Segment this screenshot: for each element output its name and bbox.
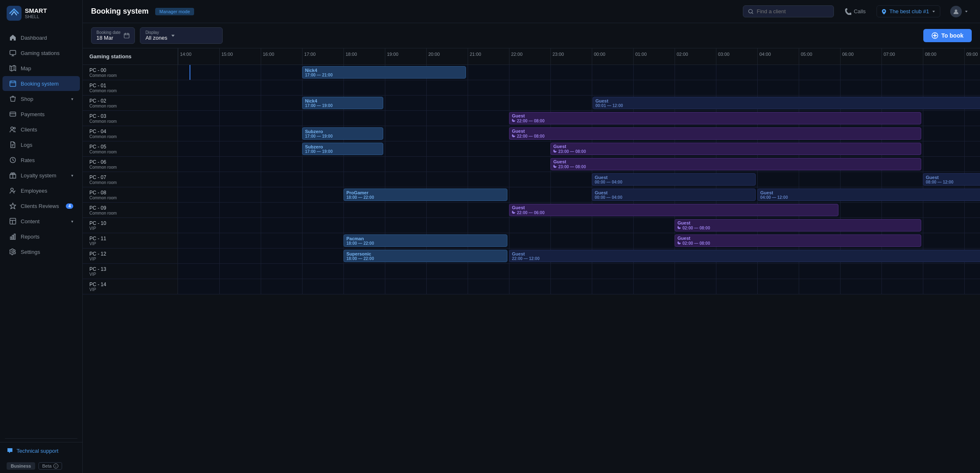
booking-block[interactable]: Nick417:00 — 21:00 <box>302 66 466 79</box>
booking-row-PC-14[interactable] <box>178 279 980 294</box>
sidebar-label-loyalty-system: Loyalty system <box>21 172 67 179</box>
station-name: PC - 01 <box>89 83 171 88</box>
booking-row-PC-13[interactable] <box>178 264 980 279</box>
booking-row-PC-06[interactable]: Guest23:00 — 08:00 <box>178 157 980 172</box>
sidebar-item-booking-system[interactable]: Booking system <box>2 76 80 91</box>
booking-block[interactable]: ProGamer18:00 — 22:00 <box>343 189 507 201</box>
booking-row-PC-09[interactable]: Guest22:00 — 06:00 <box>178 203 980 217</box>
sidebar-item-payments[interactable]: Payments <box>2 107 80 122</box>
sidebar-label-clients: Clients <box>21 127 73 133</box>
booking-block[interactable]: Guest02:00 — 08:00 <box>675 219 921 232</box>
booking-time: 22:00 — 08:00 <box>512 134 918 139</box>
sidebar-item-employees[interactable]: Employees <box>2 183 80 198</box>
booking-row-PC-07[interactable]: Guest00:00 — 04:00Guest08:00 — 12:00 <box>178 172 980 187</box>
booking-block[interactable]: Subzero17:00 — 19:00 <box>302 127 383 140</box>
booking-row-PC-10[interactable]: Guest02:00 — 08:00 <box>178 218 980 233</box>
app-logo[interactable]: SMART SHELL <box>0 0 82 26</box>
booking-block[interactable]: Guest04:00 — 12:00 <box>757 189 980 201</box>
booking-block[interactable]: Pacman18:00 — 22:00 <box>343 234 507 247</box>
sidebar-item-logs[interactable]: Logs <box>2 137 80 152</box>
user-menu[interactable] <box>947 4 972 19</box>
booking-block[interactable]: Subzero17:00 — 19:00 <box>302 143 383 155</box>
booking-block[interactable]: Guest02:00 — 08:00 <box>675 234 921 247</box>
time-tick-2200: 22:00 <box>509 48 550 64</box>
page-title: Booking system <box>91 7 149 16</box>
station-type: Common room <box>89 104 171 108</box>
sidebar-item-clients-reviews[interactable]: Clients Reviews4 <box>2 198 80 213</box>
booking-row-PC-00[interactable]: Nick417:00 — 21:00 <box>178 65 980 80</box>
search-input[interactable] <box>757 8 828 14</box>
sidebar-item-shop[interactable]: Shop▾ <box>2 91 80 106</box>
station-name: PC - 14 <box>89 282 171 287</box>
booking-time: 17:00 — 19:00 <box>305 149 380 154</box>
sidebar-item-dashboard[interactable]: Dashboard <box>2 30 80 45</box>
grid-lines <box>178 264 980 279</box>
booking-block[interactable]: Guest22:00 — 12:00 <box>509 250 980 262</box>
booking-block[interactable]: Guest00:00 — 04:00 <box>592 189 756 201</box>
station-type: Common room <box>89 196 171 200</box>
booking-block[interactable]: Supersonic18:00 — 22:00 <box>343 250 507 262</box>
time-tick-0500: 05:00 <box>799 48 840 64</box>
booking-row-PC-03[interactable]: Guest22:00 — 08:00 <box>178 111 980 126</box>
station-type: Common room <box>89 150 171 154</box>
booking-block[interactable]: Guest22:00 — 08:00 <box>509 127 921 140</box>
sidebar-item-clients[interactable]: Clients <box>2 122 80 137</box>
shopping-bag-icon <box>9 95 17 103</box>
station-type: VIP <box>89 272 171 277</box>
booking-time: 04:00 — 12:00 <box>760 195 980 200</box>
station-name: PC - 08 <box>89 190 171 196</box>
booking-block[interactable]: Guest00:01 — 12:00 <box>593 97 980 109</box>
to-book-button[interactable]: To book <box>923 29 972 42</box>
sidebar-item-rates[interactable]: Rates <box>2 153 80 167</box>
sidebar-item-map[interactable]: Map <box>2 61 80 76</box>
table-row: PC - 14VIP <box>83 279 980 294</box>
sidebar-item-content[interactable]: Content▾ <box>2 214 80 229</box>
sidebar-item-reports[interactable]: Reports <box>2 229 80 244</box>
sidebar-item-gaming-stations[interactable]: Gaming stations <box>2 45 80 60</box>
sidebar-item-loyalty-system[interactable]: Loyalty system▾ <box>2 168 80 183</box>
booking-row-PC-05[interactable]: Subzero17:00 — 19:00Guest23:00 — 08:00 <box>178 141 980 156</box>
grid-scroll[interactable]: PC - 00Common roomNick417:00 — 21:00PC -… <box>83 65 980 473</box>
date-picker[interactable]: Booking date 18 Mar <box>91 27 135 44</box>
booking-block[interactable]: Guest08:00 — 12:00 <box>923 173 980 186</box>
booking-block[interactable]: Guest23:00 — 08:00 <box>550 158 921 170</box>
credit-card-icon <box>9 110 17 118</box>
booking-name: Guest <box>512 129 918 134</box>
club-name: The best club #1 <box>889 8 929 14</box>
grid-lines <box>178 80 980 95</box>
booking-time: 22:00 — 08:00 <box>512 118 918 123</box>
table-row: PC - 06Common roomGuest23:00 — 08:00 <box>83 157 980 172</box>
booking-block[interactable]: Guest22:00 — 06:00 <box>509 204 838 216</box>
booking-block[interactable]: Nick417:00 — 19:00 <box>302 97 383 109</box>
calls-button[interactable]: Calls <box>841 6 870 17</box>
sidebar-label-employees: Employees <box>21 188 73 194</box>
sidebar-item-settings[interactable]: Settings <box>2 244 80 259</box>
booking-name: Supersonic <box>346 251 504 256</box>
booking-time: 18:00 — 22:00 <box>346 256 504 261</box>
manager-badge: Manager mode <box>155 8 194 15</box>
search-box[interactable] <box>743 5 834 17</box>
booking-row-PC-11[interactable]: Pacman18:00 — 22:00Guest02:00 — 08:00 <box>178 233 980 248</box>
time-tick-0800: 08:00 <box>923 48 964 64</box>
time-tick-1800: 18:00 <box>343 48 385 64</box>
booking-row-PC-02[interactable]: Nick417:00 — 19:00Guest00:01 — 12:00 <box>178 96 980 110</box>
tech-support-link[interactable]: Technical support <box>0 442 82 459</box>
station-name: PC - 13 <box>89 266 171 272</box>
station-type: VIP <box>89 226 171 231</box>
booking-row-PC-01[interactable] <box>178 80 980 95</box>
booking-name: Guest <box>512 113 918 118</box>
booking-name: Guest <box>596 98 980 103</box>
zone-selector[interactable]: Display All zones <box>140 27 223 44</box>
booking-row-PC-12[interactable]: Supersonic18:00 — 22:00Guest22:00 — 12:0… <box>178 248 980 263</box>
booking-block[interactable]: Guest00:00 — 04:00 <box>592 173 756 186</box>
booking-row-PC-04[interactable]: Subzero17:00 — 19:00Guest22:00 — 08:00 <box>178 126 980 141</box>
avatar <box>950 6 962 17</box>
plus-circle-icon <box>932 32 938 39</box>
booking-block[interactable]: Guest23:00 — 08:00 <box>550 143 921 155</box>
booking-time: 02:00 — 08:00 <box>677 241 918 246</box>
club-selector[interactable]: The best club #1 <box>877 5 940 17</box>
station-cell-PC-01: PC - 01Common room <box>83 80 178 95</box>
booking-block[interactable]: Guest22:00 — 08:00 <box>509 112 921 124</box>
user-chevron-icon <box>964 10 968 14</box>
booking-row-PC-08[interactable]: ProGamer18:00 — 22:00Guest00:00 — 04:00G… <box>178 187 980 202</box>
